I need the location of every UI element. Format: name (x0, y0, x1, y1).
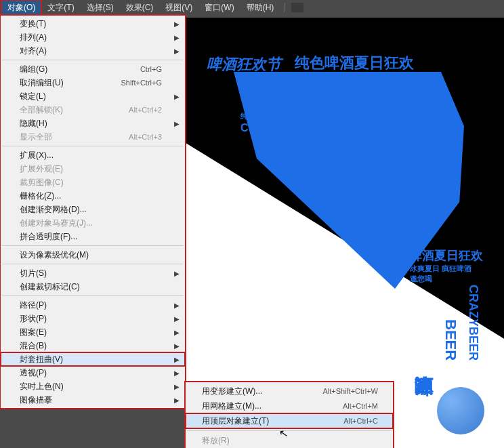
menu-item: 扩展外观(E) (1, 162, 185, 176)
menu-item[interactable]: 拼合透明度(F)... (1, 230, 185, 243)
menu-item-shortcut: Ctrl+G (140, 65, 162, 73)
menu-separator (2, 146, 184, 146)
menu-item[interactable]: 透视(P)▶ (1, 366, 185, 380)
menu-item-label: 取消编组(U) (20, 77, 64, 89)
menu-help[interactable]: 帮助(H) (240, 0, 280, 16)
submenu-arrow-icon: ▶ (174, 93, 180, 100)
menu-item-label: 创建裁切标记(C) (20, 281, 80, 293)
menu-item[interactable]: 栅格化(Z)... (1, 189, 185, 203)
menu-item[interactable]: 路径(P)▶ (1, 298, 185, 312)
menu-item[interactable]: 排列(A)▶ (1, 30, 185, 44)
menu-item-label: 透视(P) (20, 367, 47, 379)
menu-item[interactable]: 变换(T)▶ (1, 17, 185, 30)
menu-item[interactable]: 编组(G)Ctrl+G (1, 62, 185, 76)
artwork-text: 纯色啤酒夏日狂欢 (295, 53, 414, 73)
menu-separator (2, 245, 184, 246)
submenu-item-shortcut: Alt+Ctrl+M (343, 402, 378, 410)
menu-item-shortcut: Alt+Ctrl+3 (129, 133, 162, 141)
submenu-arrow-icon: ▶ (174, 329, 180, 336)
menu-item-label: 拼合透明度(F)... (20, 231, 77, 243)
submenu-item-shortcut: Alt+Ctrl+C (343, 417, 378, 425)
menu-item-label: 设为像素级优化(M) (20, 249, 89, 261)
artwork-bubble (437, 387, 484, 434)
submenu-arrow-icon: ▶ (174, 20, 180, 28)
menu-item-label: 排列(A) (20, 32, 47, 43)
submenu-arrow-icon: ▶ (174, 396, 180, 404)
menu-item: 裁剪图像(C) (1, 176, 185, 189)
menu-item-label: 路径(P) (20, 300, 47, 311)
menu-item: 创建对象马赛克(J)... (1, 216, 185, 230)
menu-item[interactable]: 创建渐变网格(D)... (1, 203, 185, 216)
menu-item[interactable]: 形状(P)▶ (1, 312, 185, 325)
menu-item[interactable]: 创建裁切标记(C) (1, 280, 185, 293)
submenu-item[interactable]: 用网格建立(M)...Alt+Ctrl+M (186, 399, 393, 413)
menu-window[interactable]: 窗口(W) (198, 0, 240, 16)
menu-type[interactable]: 文字(T) (41, 0, 80, 16)
menu-item[interactable]: 实时上色(N)▶ (1, 380, 185, 393)
menu-item-label: 栅格化(Z)... (20, 190, 61, 202)
menu-separator (187, 430, 392, 431)
menu-item[interactable]: 封套扭曲(V)▶ (1, 352, 185, 366)
menu-item[interactable]: 设为像素级优化(M) (1, 248, 185, 262)
menu-view[interactable]: 视图(V) (159, 0, 198, 16)
menu-separator (2, 296, 184, 296)
menu-item-label: 创建对象马赛克(J)... (20, 218, 93, 229)
menu-item-label: 显示全部 (20, 131, 52, 143)
submenu-arrow-icon: ▶ (174, 47, 180, 55)
submenu-arrow-icon: ▶ (174, 369, 180, 377)
menu-item-label: 扩展(X)... (20, 150, 54, 161)
submenu-arrow-icon: ▶ (174, 302, 180, 309)
submenu-arrow-icon: ▶ (174, 383, 180, 390)
submenu-item-label: 用顶层对象建立(T) (202, 415, 269, 427)
menu-item-label: 实时上色(N) (20, 381, 64, 392)
menu-item-label: 扩展外观(E) (20, 163, 63, 175)
menu-separator (2, 60, 184, 60)
menu-item-label: 图像描摹 (20, 394, 52, 406)
menu-item[interactable]: 对齐(A)▶ (1, 44, 185, 58)
submenu-item-shortcut: Alt+Shift+Ctrl+W (322, 387, 378, 395)
menu-item-label: 创建渐变网格(D)... (20, 204, 87, 216)
menu-object[interactable]: 对象(O) (1, 0, 41, 16)
menu-item: 显示全部Alt+Ctrl+3 (1, 130, 185, 144)
menu-item[interactable]: 扩展(X)... (1, 148, 185, 162)
workspace-icon[interactable] (291, 3, 303, 12)
submenu-arrow-icon: ▶ (174, 120, 180, 127)
menu-effect[interactable]: 效果(C) (120, 0, 160, 16)
submenu-item[interactable]: 用变形建立(W)...Alt+Shift+Ctrl+W (186, 384, 393, 399)
menu-item[interactable]: 锁定(L)▶ (1, 89, 185, 103)
submenu-item-label: 用变形建立(W)... (202, 386, 262, 397)
menu-item[interactable]: 取消编组(U)Shift+Ctrl+G (1, 76, 185, 89)
submenu-arrow-icon: ▶ (174, 315, 180, 323)
submenu-arrow-icon: ▶ (174, 270, 180, 277)
menu-item: 全部解锁(K)Alt+Ctrl+2 (1, 103, 185, 117)
menu-item-shortcut: Alt+Ctrl+2 (129, 106, 162, 114)
menubar-divider (284, 3, 285, 12)
menu-item-label: 编组(G) (20, 64, 47, 75)
artwork-text: 啤酒狂欢节 (207, 54, 281, 75)
object-menu-dropdown: 变换(T)▶排列(A)▶对齐(A)▶编组(G)Ctrl+G取消编组(U)Shif… (0, 15, 186, 409)
submenu-item-label: 用网格建立(M)... (202, 401, 261, 412)
menu-item-label: 对齐(A) (20, 45, 47, 57)
envelope-distort-submenu: 用变形建立(W)...Alt+Shift+Ctrl+W用网格建立(M)...Al… (185, 382, 394, 448)
menu-item[interactable]: 图案(E)▶ (1, 325, 185, 339)
menu-item[interactable]: 图像描摹▶ (1, 393, 185, 407)
menu-item-label: 图案(E) (20, 327, 47, 338)
menu-item-label: 混合(B) (20, 340, 47, 352)
menu-item-label: 隐藏(H) (20, 118, 47, 129)
menu-item[interactable]: 切片(S)▶ (1, 266, 185, 280)
submenu-arrow-icon: ▶ (174, 34, 180, 41)
submenu-arrow-icon: ▶ (174, 356, 180, 363)
menu-item-label: 形状(P) (20, 313, 47, 325)
menu-item[interactable]: 混合(B)▶ (1, 339, 185, 352)
menu-item-label: 变换(T) (20, 18, 46, 30)
menu-item-label: 切片(S) (20, 268, 47, 279)
submenu-arrow-icon: ▶ (174, 342, 180, 350)
submenu-item[interactable]: 用顶层对象建立(T)Alt+Ctrl+C (186, 413, 393, 428)
menu-select[interactable]: 选择(S) (81, 0, 120, 16)
submenu-item-label: 释放(R) (202, 435, 230, 447)
menu-item-label: 全部解锁(K) (20, 104, 63, 116)
menu-item-shortcut: Shift+Ctrl+G (121, 79, 162, 87)
menu-item[interactable]: 隐藏(H)▶ (1, 117, 185, 130)
menubar: 对象(O) 文字(T) 选择(S) 效果(C) 视图(V) 窗口(W) 帮助(H… (0, 0, 504, 15)
menu-item-label: 裁剪图像(C) (20, 177, 64, 188)
